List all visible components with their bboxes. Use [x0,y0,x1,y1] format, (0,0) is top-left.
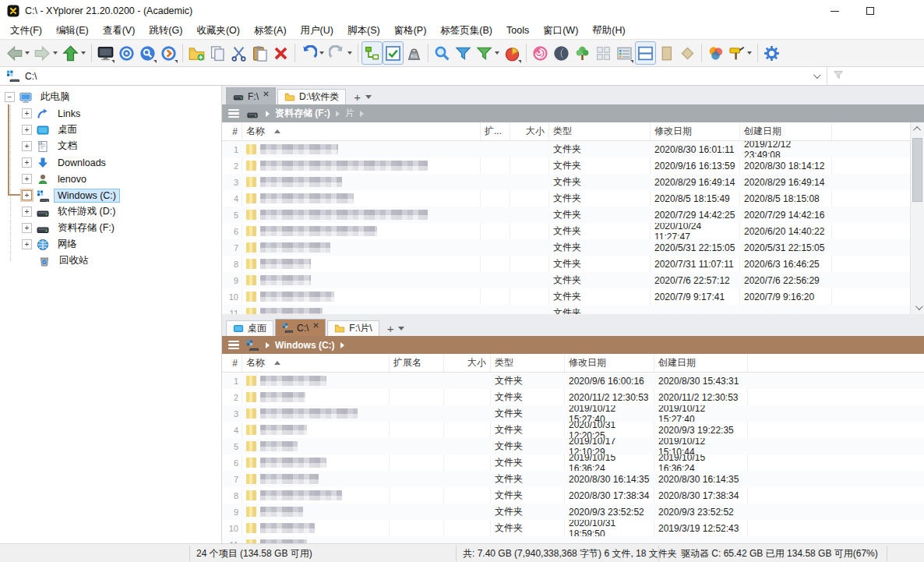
filter-box[interactable] [827,67,924,85]
expand-toggle[interactable]: + [22,157,32,168]
file-row-10[interactable]: 10文件夹2020/10/31 18:59:502019/3/19 12:52:… [222,520,924,536]
checkbox-button[interactable] [383,41,404,65]
filter-green-button[interactable] [474,41,502,65]
dropdown-caret-icon[interactable] [495,51,499,55]
dropdown-caret-icon[interactable] [53,51,58,55]
tab-2[interactable]: F:\片\ [327,320,379,336]
column-header-1[interactable]: 名称 [242,122,481,140]
file-row-6[interactable]: 6文件夹2019/10/15 16:36:242019/10/15 16:36:… [222,454,924,471]
breadcrumb-segment[interactable]: 资料存储 (F:) [275,107,330,120]
tab-1[interactable]: C:\ [275,319,326,336]
redo-button[interactable] [326,41,354,65]
forward-button[interactable] [32,41,60,65]
tree-item-6[interactable]: +Windows (C:) [0,187,221,203]
maximize-button[interactable] [852,0,888,22]
dropdown-caret-icon[interactable] [81,51,86,55]
close-button[interactable] [888,0,924,22]
expand-toggle[interactable]: + [22,141,32,151]
column-header-2[interactable]: 扩... [481,122,510,140]
paint-roller-button[interactable] [726,41,754,65]
tree-item-10[interactable]: 回收站 [0,253,221,269]
vertical-scrollbar[interactable] [910,122,924,314]
menu-item-3[interactable]: 跳转(G) [142,23,189,39]
breadcrumb-segment[interactable]: Windows (C:) [275,340,335,351]
hamburger-menu-icon[interactable] [228,107,239,120]
file-row-3[interactable]: 3文件夹2019/10/12 15:27:402019/10/12 15:27:… [222,405,924,422]
tree-item-5[interactable]: +lenovo [0,171,221,187]
tree-item-9[interactable]: +网络 [0,236,221,253]
column-header-1[interactable]: 名称 [242,354,390,372]
file-row-2[interactable]: 2文件夹2020/11/2 12:30:532020/11/2 12:30:53 [222,389,924,405]
expand-toggle[interactable]: + [22,125,32,135]
go-circle-button[interactable] [158,41,179,65]
menu-item-0[interactable]: 文件(F) [3,23,49,39]
menu-item-6[interactable]: 用户(U) [294,23,340,39]
tree-item-8[interactable]: +资料存储 (F:) [0,220,221,236]
column-header-3[interactable]: 大小 [510,122,549,140]
minimize-button[interactable] [816,0,852,22]
file-row-1[interactable]: 1文件夹2020/9/6 16:00:162020/8/30 15:43:31 [222,373,924,389]
colors-button[interactable] [705,41,726,65]
file-row-4[interactable]: 4文件夹2020/8/5 18:15:492020/8/5 18:15:08 [222,190,924,207]
expand-toggle[interactable]: + [22,223,32,233]
menu-item-1[interactable]: 编辑(E) [49,23,96,39]
search-button[interactable] [432,41,453,65]
file-row-3[interactable]: 3文件夹2020/8/29 16:49:142020/8/29 16:49:14 [222,174,924,190]
menu-item-2[interactable]: 查看(V) [96,23,143,39]
file-row-11[interactable]: 11文件夹 [222,305,924,314]
column-header-6[interactable]: 创建日期 [654,354,748,372]
new-tab-button[interactable]: + [387,323,394,334]
menu-item-12[interactable]: 帮助(H) [585,23,632,39]
file-row-10[interactable]: 10文件夹2020/7/9 9:17:412020/7/9 9:16:20 [222,288,924,305]
target-button[interactable] [116,41,137,65]
delete-button[interactable] [270,41,291,65]
file-row-7[interactable]: 7文件夹2020/8/30 16:14:352020/8/30 16:14:35 [222,471,924,487]
menu-item-4[interactable]: 收藏夹(O) [189,23,247,39]
tree-item-0[interactable]: −此电脑 [0,89,221,105]
tab-1[interactable]: D:\软件类 [277,89,346,104]
expand-toggle[interactable]: + [22,174,32,184]
address-dropdown-button[interactable] [805,67,827,85]
tree-item-2[interactable]: +桌面 [0,122,221,138]
filter-blue-button[interactable] [453,41,474,65]
address-path[interactable]: C:\ [25,71,37,82]
pie-button[interactable] [502,41,523,65]
scrollbar-thumb[interactable] [912,138,922,202]
list-view-button[interactable] [614,41,635,65]
search-circle-button[interactable] [137,41,158,65]
menu-item-11[interactable]: 窗口(W) [536,23,585,39]
new-folder-button[interactable] [186,41,207,65]
hamburger-menu-icon[interactable] [228,338,239,352]
new-tab-button[interactable]: + [354,91,361,103]
dropdown-caret-icon[interactable] [319,51,324,55]
column-header-6[interactable]: 创建日期 [740,122,832,140]
copy-button[interactable] [207,41,228,65]
menu-item-8[interactable]: 窗格(P) [387,23,434,39]
expand-toggle[interactable]: + [22,108,32,118]
tab-list-caret-icon[interactable] [398,327,404,330]
file-row-5[interactable]: 5文件夹2019/10/17 12:10:292019/10/12 15:10:… [222,438,924,454]
file-row-6[interactable]: 6文件夹2020/10/24 11:27:472020/6/20 14:40:2… [222,223,924,239]
menu-item-7[interactable]: 脚本(S) [340,23,387,39]
paper-button[interactable] [656,41,677,65]
weight-button[interactable]: KG [404,41,425,65]
back-button[interactable] [4,41,32,65]
file-row-11[interactable]: 11 [222,536,924,543]
expand-toggle[interactable]: + [22,190,32,200]
up-button[interactable] [60,41,88,65]
paste-button[interactable] [249,41,270,65]
moon-button[interactable] [551,41,572,65]
column-header-2[interactable]: 扩展名 [390,354,444,372]
scroll-up-button[interactable] [911,122,924,136]
tab-close-button[interactable] [263,91,269,97]
tab-list-caret-icon[interactable] [365,95,372,99]
menu-item-10[interactable]: Tools [499,23,536,37]
tree-item-3[interactable]: +文档 [0,138,221,154]
file-row-5[interactable]: 5文件夹2020/7/29 14:42:252020/7/29 14:42:16 [222,207,924,223]
tab-0[interactable]: F:\ [226,87,276,104]
tree-item-7[interactable]: +软件游戏 (D:) [0,203,221,220]
dropdown-caret-icon[interactable] [747,51,752,55]
file-row-8[interactable]: 8文件夹2020/8/30 17:38:342020/8/30 17:38:34 [222,487,924,504]
menu-item-5[interactable]: 标签(A) [247,23,294,39]
spiral-button[interactable] [530,41,551,65]
